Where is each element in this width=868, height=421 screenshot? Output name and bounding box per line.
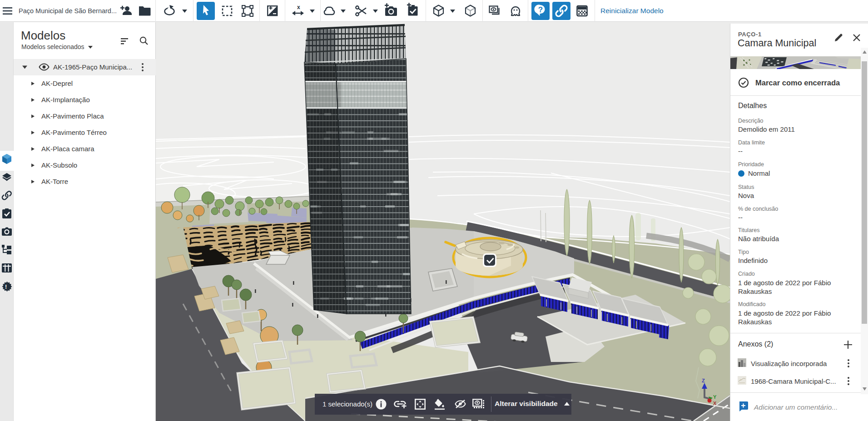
svg-text:X: X <box>713 401 717 406</box>
svg-text:Y: Y <box>713 394 717 400</box>
svg-text:Z: Z <box>702 378 705 383</box>
svg-text:?: ? <box>538 5 543 14</box>
svg-text:x: x <box>297 4 300 10</box>
svg-text:!: ! <box>5 283 7 290</box>
